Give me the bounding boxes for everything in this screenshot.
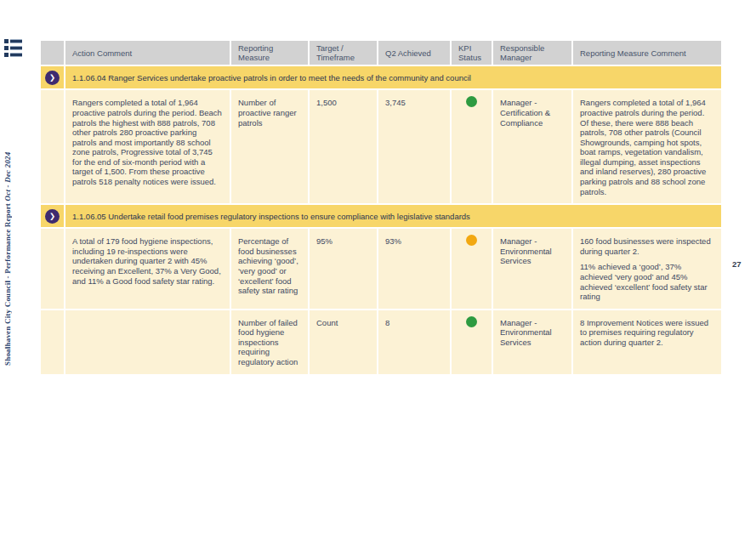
reporting-measure-cell: Number of failed food hygiene inspection… bbox=[231, 310, 308, 374]
section-title: 1.1.06.04 Ranger Services undertake proa… bbox=[65, 66, 721, 88]
responsible-manager-cell: Manager - Environmental Services bbox=[493, 310, 571, 374]
header-icon-column bbox=[41, 41, 64, 65]
reporting-measure-cell: Number of proactive ranger patrols bbox=[231, 90, 308, 203]
header-q2-achieved: Q2 Achieved bbox=[378, 41, 450, 65]
target-cell: 95% bbox=[310, 229, 377, 308]
section-band-icon-cell: ❯ bbox=[41, 66, 64, 88]
responsible-manager-cell: Manager - Certification & Compliance bbox=[493, 90, 571, 203]
expand-chevron-icon[interactable]: ❯ bbox=[45, 71, 60, 85]
comment-paragraph: 11% achieved a ‘good’, 37% achieved ‘ver… bbox=[580, 262, 714, 301]
comment-paragraph: Rangers completed a total of 1,964 proac… bbox=[580, 98, 714, 196]
sidebar-report-title-text: Shoalhaven City Council - Performance Re… bbox=[3, 202, 12, 366]
reporting-measure-cell: Percentage of food businesses achieving … bbox=[231, 229, 308, 308]
chevron-glyph: ❯ bbox=[49, 74, 55, 82]
q2-achieved-cell: 8 bbox=[378, 310, 450, 374]
q2-achieved-cell: 93% bbox=[378, 229, 450, 308]
header-kpi-status: KPI Status bbox=[452, 41, 492, 65]
action-comment-cell: Rangers completed a total of 1,964 proac… bbox=[65, 90, 230, 203]
q2-achieved-cell: 3,745 bbox=[378, 90, 450, 203]
list-menu-icon[interactable] bbox=[4, 39, 22, 57]
reporting-measure-comment-cell: 160 food businesses were inspected durin… bbox=[573, 229, 721, 308]
action-comment-cell bbox=[65, 310, 230, 374]
responsible-manager-cell: Manager - Environmental Services bbox=[493, 229, 571, 308]
action-comment-cell: A total of 179 food hygiene inspections,… bbox=[65, 229, 230, 308]
list-menu-icon-row bbox=[4, 46, 22, 50]
kpi-status-cell bbox=[452, 229, 492, 308]
target-cell: Count bbox=[310, 310, 377, 374]
expand-chevron-icon[interactable]: ❯ bbox=[45, 209, 60, 224]
kpi-status-dot-icon bbox=[466, 96, 477, 107]
chevron-glyph: ❯ bbox=[49, 213, 55, 220]
list-menu-icon-row bbox=[4, 39, 22, 43]
header-responsible-manager: Responsible Manager bbox=[493, 41, 571, 65]
comment-paragraph: 8 Improvement Notices were issued to pre… bbox=[580, 318, 714, 348]
report-page: Shoalhaven City Council - Performance Re… bbox=[0, 0, 756, 534]
kpi-status-cell bbox=[452, 90, 492, 203]
list-menu-icon-row bbox=[4, 53, 22, 57]
header-action-comment: Action Comment bbox=[65, 41, 230, 65]
header-reporting-measure-comment: Reporting Measure Comment bbox=[573, 41, 721, 65]
target-cell: 1,500 bbox=[310, 90, 377, 203]
row-icon-cell bbox=[41, 90, 64, 203]
reporting-measure-comment-cell: 8 Improvement Notices were issued to pre… bbox=[573, 310, 721, 374]
reporting-measure-comment-cell: Rangers completed a total of 1,964 proac… bbox=[573, 90, 721, 203]
header-reporting-measure: Reporting Measure bbox=[231, 41, 308, 65]
kpi-status-dot-icon bbox=[466, 316, 477, 327]
comment-paragraph: 160 food businesses were inspected durin… bbox=[580, 236, 714, 256]
performance-table: Action Comment Reporting Measure Target … bbox=[41, 41, 721, 374]
kpi-status-cell bbox=[452, 310, 492, 374]
row-icon-cell bbox=[41, 310, 64, 374]
kpi-status-dot-icon bbox=[466, 235, 477, 246]
page-number: 27 bbox=[732, 259, 742, 269]
header-target-timeframe: Target / Timeframe bbox=[310, 41, 377, 65]
sidebar-report-title: Shoalhaven City Council - Performance Re… bbox=[3, 136, 12, 366]
section-band-icon-cell: ❯ bbox=[41, 205, 64, 227]
row-icon-cell bbox=[41, 229, 64, 308]
section-title: 1.1.06.05 Undertake retail food premises… bbox=[65, 205, 721, 227]
sidebar-report-period: Oct - Dec 2024 bbox=[3, 151, 12, 201]
